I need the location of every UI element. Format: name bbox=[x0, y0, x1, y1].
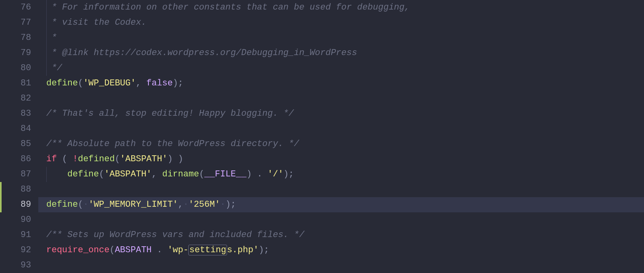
code-token: ( bbox=[78, 78, 83, 88]
line-number[interactable]: 76 bbox=[0, 0, 31, 15]
line-number[interactable]: 78 bbox=[0, 30, 31, 46]
line-number[interactable]: 93 bbox=[0, 258, 31, 273]
keyword: ! bbox=[73, 154, 78, 164]
code-token: ) bbox=[173, 78, 178, 88]
indent-guide bbox=[46, 30, 47, 46]
code-line[interactable]: * For information on other constants tha… bbox=[38, 0, 644, 15]
constant: false bbox=[146, 78, 173, 88]
keyword: require_once bbox=[46, 245, 109, 255]
keyword: if bbox=[46, 154, 57, 164]
code-line[interactable]: /** Absolute path to the WordPress direc… bbox=[38, 136, 644, 152]
string-literal: 'ABSPATH' bbox=[120, 154, 168, 164]
comment-text: * bbox=[46, 33, 57, 43]
line-number[interactable]: 90 bbox=[0, 212, 31, 228]
string-literal: 'WP_DEBUG' bbox=[83, 78, 136, 88]
code-line[interactable] bbox=[38, 91, 644, 106]
line-number[interactable]: 81 bbox=[0, 76, 31, 91]
line-number[interactable]: 82 bbox=[0, 91, 31, 106]
code-line[interactable]: * visit the Codex. bbox=[38, 15, 644, 30]
code-token bbox=[152, 245, 157, 255]
code-token: . bbox=[257, 169, 262, 179]
indent-guide bbox=[46, 61, 47, 76]
code-token bbox=[46, 169, 67, 179]
whitespace-dot: · bbox=[220, 200, 225, 210]
code-line[interactable] bbox=[38, 258, 644, 273]
string-literal: 'ABSPATH' bbox=[104, 169, 152, 179]
line-number[interactable]: 84 bbox=[0, 121, 31, 136]
comment-text: * visit the Codex. bbox=[46, 18, 146, 28]
code-token bbox=[262, 169, 267, 179]
indent-guide bbox=[46, 167, 47, 182]
code-line[interactable] bbox=[38, 182, 644, 197]
indent-guide bbox=[46, 15, 47, 30]
code-line[interactable]: if ( !defined('ABSPATH') ) bbox=[38, 152, 644, 167]
line-number[interactable]: 80 bbox=[0, 61, 31, 76]
indent-guide bbox=[46, 46, 47, 61]
code-line[interactable]: * bbox=[38, 30, 644, 46]
constant: ABSPATH bbox=[115, 245, 152, 255]
function-name: define bbox=[67, 169, 99, 179]
code-line[interactable]: define('ABSPATH', dirname(__FILE__) . '/… bbox=[38, 167, 644, 182]
code-line[interactable] bbox=[38, 121, 644, 136]
code-line[interactable]: define(·'WP_MEMORY_LIMIT',·'256M'·); bbox=[38, 197, 644, 212]
line-number[interactable]: 92 bbox=[0, 243, 31, 258]
code-line[interactable]: /* That's all, stop editing! Happy blogg… bbox=[38, 106, 644, 121]
code-line[interactable]: * @link https://codex.wordpress.org/Debu… bbox=[38, 46, 644, 61]
code-line[interactable]: require_once(ABSPATH . 'wp-settings.php'… bbox=[38, 243, 644, 258]
code-token bbox=[162, 245, 167, 255]
comment-text: /** Sets up WordPress vars and included … bbox=[46, 230, 304, 240]
code-token: ( bbox=[78, 200, 83, 210]
code-line[interactable] bbox=[38, 212, 644, 228]
function-name: defined bbox=[78, 154, 115, 164]
code-token: , bbox=[178, 200, 183, 210]
comment-text: * @link https://codex.wordpress.org/Debu… bbox=[46, 48, 357, 58]
whitespace-dot: · bbox=[83, 200, 88, 210]
string-literal: s.php' bbox=[227, 245, 259, 255]
string-literal: 'WP_MEMORY_LIMIT' bbox=[89, 200, 178, 210]
line-number[interactable]: 79 bbox=[0, 46, 31, 61]
code-token: ( bbox=[57, 154, 73, 164]
code-token: ; bbox=[264, 245, 269, 255]
comment-text: */ bbox=[46, 63, 62, 73]
code-token: ; bbox=[178, 78, 183, 88]
function-name: dirname bbox=[162, 169, 199, 179]
code-token: ; bbox=[288, 169, 294, 179]
line-number[interactable]: 77 bbox=[0, 15, 31, 30]
line-number[interactable]: 88 bbox=[0, 182, 31, 197]
function-name: define bbox=[46, 78, 78, 88]
string-literal: 'wp- bbox=[168, 245, 189, 255]
whitespace-dot: · bbox=[183, 200, 188, 210]
line-number[interactable]: 83 bbox=[0, 106, 31, 121]
line-number[interactable]: 86 bbox=[0, 152, 31, 167]
code-token: ; bbox=[231, 200, 236, 210]
line-number-gutter[interactable]: 767778798081828384858687888990919293 bbox=[0, 0, 38, 273]
code-token: ( bbox=[99, 169, 104, 179]
code-line[interactable]: */ bbox=[38, 61, 644, 76]
string-literal: '256M' bbox=[188, 200, 220, 210]
code-editor[interactable]: 767778798081828384858687888990919293 * F… bbox=[0, 0, 644, 273]
string-literal: '/' bbox=[268, 169, 284, 179]
code-token: ) bbox=[283, 169, 288, 179]
comment-text: * For information on other constants tha… bbox=[46, 2, 410, 12]
comment-text: /* That's all, stop editing! Happy blogg… bbox=[46, 109, 294, 119]
line-number[interactable]: 87 bbox=[0, 167, 31, 182]
code-token: ( bbox=[109, 245, 115, 255]
indent-guide bbox=[46, 0, 47, 15]
code-token: ) bbox=[225, 200, 231, 210]
code-line[interactable]: define('WP_DEBUG', false); bbox=[38, 76, 644, 91]
modification-marker-layer bbox=[0, 0, 2, 273]
line-number[interactable]: 91 bbox=[0, 228, 31, 243]
code-token: ( bbox=[199, 169, 204, 179]
code-token: . bbox=[157, 245, 162, 255]
constant: __FILE__ bbox=[204, 169, 247, 179]
code-token: ) ) bbox=[168, 154, 184, 164]
string-literal: setting bbox=[188, 245, 227, 255]
code-line[interactable]: /** Sets up WordPress vars and included … bbox=[38, 228, 644, 243]
code-token: ( bbox=[115, 154, 120, 164]
code-token: ) bbox=[247, 169, 257, 179]
code-area[interactable]: * For information on other constants tha… bbox=[38, 0, 644, 273]
line-number[interactable]: 85 bbox=[0, 136, 31, 152]
comment-text: /** Absolute path to the WordPress direc… bbox=[46, 139, 299, 149]
git-modified-marker bbox=[0, 182, 2, 197]
code-token: , bbox=[136, 78, 146, 88]
